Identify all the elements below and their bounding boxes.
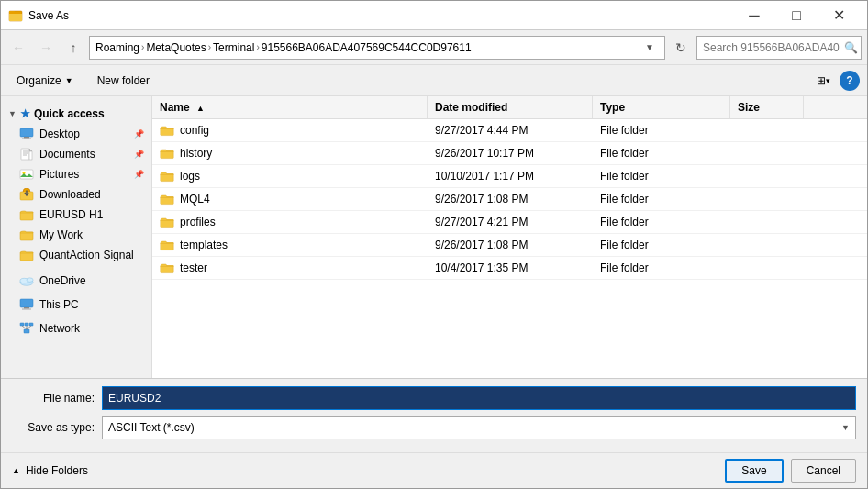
hide-folders-label: Hide Folders xyxy=(26,464,88,477)
file-size-cell xyxy=(730,119,804,141)
hide-folders-row[interactable]: ▲ Hide Folders xyxy=(12,459,88,483)
sidebar-item-pictures[interactable]: Pictures 📌 xyxy=(1,164,151,184)
sidebar-item-quantaction[interactable]: QuantAction Signal xyxy=(1,245,151,265)
maximize-button[interactable]: □ xyxy=(775,1,818,30)
file-name-cell: templates xyxy=(152,234,428,256)
sidebar-item-mywork[interactable]: My Work xyxy=(1,225,151,245)
svg-rect-8 xyxy=(29,151,32,160)
svg-rect-38 xyxy=(161,266,173,273)
table-row[interactable]: MQL4 9/26/2017 1:08 PM File folder xyxy=(152,188,867,211)
file-size-cell xyxy=(730,142,804,164)
file-type-cell: File folder xyxy=(593,119,730,141)
sidebar-section-quick-access[interactable]: ▼ ★ Quick access xyxy=(1,104,151,124)
address-part-hash: 915566BA06ADA407569C544CC0D97611 xyxy=(262,41,472,54)
svg-rect-18 xyxy=(20,252,33,261)
file-type-cell: File folder xyxy=(593,188,730,210)
thispc-icon xyxy=(19,297,34,312)
table-row[interactable]: profiles 9/27/2017 4:21 PM File folder xyxy=(152,211,867,234)
table-row[interactable]: config 9/27/2017 4:44 PM File folder xyxy=(152,119,867,142)
file-date-cell: 10/4/2017 1:35 PM xyxy=(428,257,593,279)
svg-rect-23 xyxy=(24,307,29,309)
downloaded-icon xyxy=(19,187,34,202)
file-date-cell: 9/26/2017 1:08 PM xyxy=(428,234,593,256)
main-content: ▼ ★ Quick access Desktop 📌 Documents 📌 xyxy=(1,96,867,378)
column-size[interactable]: Size xyxy=(730,96,804,118)
sidebar-item-onedrive[interactable]: OneDrive xyxy=(1,271,151,291)
new-folder-button[interactable]: New folder xyxy=(89,70,158,92)
address-part-roaming: Roaming › xyxy=(95,41,144,54)
search-input[interactable] xyxy=(703,41,840,54)
help-button[interactable]: ? xyxy=(840,71,860,91)
svg-line-30 xyxy=(22,326,27,329)
file-date-cell: 9/26/2017 10:17 PM xyxy=(428,142,593,164)
file-name-cell: tester xyxy=(152,257,428,279)
column-date-modified[interactable]: Date modified xyxy=(428,96,593,118)
saveastype-row: Save as type: ASCII Text (*.csv) ▼ xyxy=(12,416,856,439)
svg-rect-3 xyxy=(20,128,33,137)
svg-rect-35 xyxy=(161,197,173,205)
organize-button[interactable]: Organize ▼ xyxy=(8,70,82,92)
filename-label: File name: xyxy=(12,392,95,405)
table-row[interactable]: history 9/26/2017 10:17 PM File folder xyxy=(152,142,867,165)
svg-rect-17 xyxy=(20,232,33,240)
svg-line-31 xyxy=(27,326,31,329)
saveastype-label: Save as type: xyxy=(12,421,95,434)
search-box[interactable]: 🔍 xyxy=(696,36,862,60)
filename-row: File name: xyxy=(12,386,856,410)
refresh-button[interactable]: ↻ xyxy=(669,36,693,60)
svg-rect-22 xyxy=(20,299,33,307)
close-button[interactable]: ✕ xyxy=(818,1,860,30)
title-bar-controls: ─ □ ✕ xyxy=(733,1,860,30)
dialog-footer: ▲ Hide Folders Save Cancel xyxy=(1,452,867,488)
minimize-button[interactable]: ─ xyxy=(733,1,775,30)
table-row[interactable]: tester 10/4/2017 1:35 PM File folder xyxy=(152,257,867,280)
sidebar-item-thispc[interactable]: This PC xyxy=(1,295,151,315)
svg-rect-16 xyxy=(20,212,33,220)
column-name[interactable]: Name ▲ xyxy=(152,96,428,118)
address-bar[interactable]: Roaming › MetaQuotes › Terminal › 915566… xyxy=(89,36,665,60)
column-type[interactable]: Type xyxy=(593,96,730,118)
filename-input[interactable] xyxy=(102,386,856,410)
svg-rect-27 xyxy=(29,323,33,326)
file-type-cell: File folder xyxy=(593,234,730,256)
file-name-cell: history xyxy=(152,142,428,164)
svg-rect-24 xyxy=(22,309,31,310)
svg-rect-6 xyxy=(21,149,29,160)
up-button[interactable]: ↑ xyxy=(61,36,85,60)
svg-rect-36 xyxy=(161,220,173,228)
table-row[interactable]: logs 10/10/2017 1:17 PM File folder xyxy=(152,165,867,188)
quick-access-chevron: ▼ xyxy=(8,109,17,118)
desktop-icon xyxy=(19,127,34,141)
saveastype-select[interactable]: ASCII Text (*.csv) ▼ xyxy=(102,416,856,439)
back-button: ← xyxy=(6,36,30,60)
pictures-icon xyxy=(19,167,34,182)
search-icon: 🔍 xyxy=(844,41,858,54)
sidebar-item-downloaded[interactable]: Downloaded xyxy=(1,184,151,205)
svg-rect-25 xyxy=(24,329,29,333)
sidebar-item-eurusd[interactable]: EURUSD H1 xyxy=(1,205,151,225)
svg-marker-7 xyxy=(29,149,32,151)
sidebar-item-desktop[interactable]: Desktop 📌 xyxy=(1,124,151,144)
file-type-cell: File folder xyxy=(593,142,730,164)
svg-rect-5 xyxy=(22,139,31,139)
cancel-button[interactable]: Cancel xyxy=(791,459,856,483)
view-button[interactable]: ⊞▾ xyxy=(810,69,836,93)
svg-point-21 xyxy=(27,278,33,282)
file-name-cell: logs xyxy=(152,165,428,187)
sidebar-item-network[interactable]: Network xyxy=(1,318,151,339)
file-type-cell: File folder xyxy=(593,257,730,279)
table-row[interactable]: templates 9/26/2017 1:08 PM File folder xyxy=(152,234,867,257)
file-size-cell xyxy=(730,211,804,233)
title-bar-icon xyxy=(8,8,23,23)
svg-rect-12 xyxy=(20,170,33,179)
action-toolbar: Organize ▼ New folder ⊞▾ ? xyxy=(1,65,867,96)
save-button[interactable]: Save xyxy=(725,459,783,483)
network-icon xyxy=(19,321,34,336)
sidebar-item-documents[interactable]: Documents 📌 xyxy=(1,144,151,164)
file-date-cell: 9/26/2017 1:08 PM xyxy=(428,188,593,210)
file-size-cell xyxy=(730,188,804,210)
svg-rect-33 xyxy=(161,151,173,159)
svg-rect-4 xyxy=(24,137,29,139)
address-dropdown-button[interactable]: ▼ xyxy=(640,37,659,59)
svg-rect-2 xyxy=(9,11,15,14)
